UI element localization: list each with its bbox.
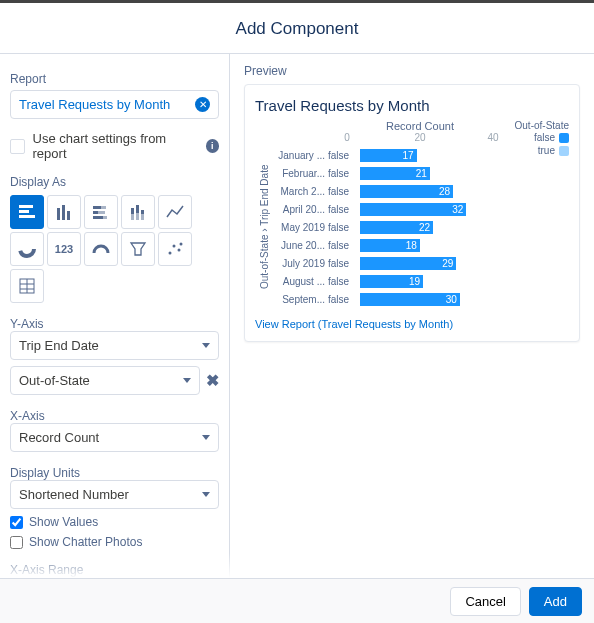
svg-rect-13 [131, 214, 134, 220]
bar-row: March 2...false28 [270, 182, 493, 200]
svg-point-20 [169, 252, 172, 255]
x-range-label: X-Axis Range [10, 563, 219, 577]
bar-row: Septem...false30 [270, 290, 493, 308]
x-axis-title: Record Count [347, 120, 493, 132]
svg-point-21 [173, 245, 176, 248]
display-units-select[interactable]: Shortened Number [10, 480, 219, 509]
svg-rect-10 [93, 216, 103, 219]
chart-title: Travel Requests by Month [255, 97, 569, 114]
svg-rect-1 [19, 210, 29, 213]
svg-rect-4 [62, 205, 65, 220]
use-chart-settings-label: Use chart settings from report [33, 131, 198, 161]
chart-type-vbar[interactable] [47, 195, 81, 229]
chart-type-hbar[interactable] [10, 195, 44, 229]
chart-type-donut[interactable] [10, 232, 44, 266]
svg-rect-5 [67, 211, 70, 220]
chart-type-scatter[interactable] [158, 232, 192, 266]
display-units-label: Display Units [10, 466, 219, 480]
bar-row: May 2019false22 [270, 218, 493, 236]
chart-type-line[interactable] [158, 195, 192, 229]
svg-rect-9 [98, 211, 105, 214]
add-button[interactable]: Add [529, 587, 582, 616]
remove-y2-icon[interactable]: ✖ [206, 371, 219, 390]
chart-type-metric[interactable]: 123 [47, 232, 81, 266]
preview-label: Preview [244, 64, 580, 78]
svg-rect-14 [136, 205, 139, 213]
bar-row: July 2019false29 [270, 254, 493, 272]
chart-type-stacked-vbar[interactable] [121, 195, 155, 229]
svg-rect-3 [57, 208, 60, 220]
svg-rect-6 [93, 206, 101, 209]
modal-title: Add Component [0, 0, 594, 54]
svg-point-18 [20, 242, 34, 256]
y-axis-select-1[interactable]: Trip End Date [10, 331, 219, 360]
preview-panel: Preview Travel Requests by Month Record … [230, 54, 594, 585]
bar-row: Februar...false21 [270, 164, 493, 182]
show-values-checkbox[interactable]: Show Values [10, 515, 219, 529]
y-axis-title: Out-of-State › Trip End Date [255, 146, 270, 308]
report-label: Report [10, 72, 219, 86]
modal-footer: Cancel Add [0, 578, 594, 623]
svg-rect-11 [103, 216, 107, 219]
display-as-label: Display As [10, 175, 219, 189]
x-axis-ticks: 0 20 40 [347, 132, 493, 146]
y-axis-label: Y-Axis [10, 317, 219, 331]
svg-rect-12 [131, 208, 134, 214]
svg-point-23 [180, 243, 183, 246]
report-lookup[interactable]: Travel Requests by Month ✕ [10, 90, 219, 119]
clear-icon[interactable]: ✕ [195, 97, 210, 112]
chart-type-gauge[interactable] [84, 232, 118, 266]
show-photos-checkbox[interactable]: Show Chatter Photos [10, 535, 219, 549]
svg-rect-16 [141, 210, 144, 214]
bar-row: June 20...false18 [270, 236, 493, 254]
svg-point-22 [178, 249, 181, 252]
cancel-button[interactable]: Cancel [450, 587, 520, 616]
chart-card: Travel Requests by Month Record Count 0 … [244, 84, 580, 342]
svg-rect-15 [136, 213, 139, 220]
bar-row: January ...false17 [270, 146, 493, 164]
svg-rect-2 [19, 215, 35, 218]
svg-rect-17 [141, 214, 144, 220]
chart-type-funnel[interactable] [121, 232, 155, 266]
chart-bars: January ...false17Februar...false21March… [270, 146, 493, 308]
chart-type-stacked-hbar[interactable] [84, 195, 118, 229]
bar-row: April 20...false32 [270, 200, 493, 218]
x-axis-select[interactable]: Record Count [10, 423, 219, 452]
chart-legend: Out-of-State false true [493, 120, 569, 308]
x-axis-label: X-Axis [10, 409, 219, 423]
svg-rect-8 [93, 211, 98, 214]
chart-type-picker: 123 [10, 195, 219, 303]
y-axis-select-2[interactable]: Out-of-State [10, 366, 200, 395]
view-report-link[interactable]: View Report (Travel Requests by Month) [255, 318, 453, 330]
config-panel: Report Travel Requests by Month ✕ Use ch… [0, 54, 230, 585]
use-chart-settings-checkbox[interactable]: Use chart settings from report i [10, 131, 219, 161]
info-icon[interactable]: i [206, 139, 219, 153]
chart-type-table[interactable] [10, 269, 44, 303]
report-value: Travel Requests by Month [19, 97, 195, 112]
svg-rect-7 [101, 206, 106, 209]
bar-row: August ...false19 [270, 272, 493, 290]
svg-rect-0 [19, 205, 33, 208]
svg-marker-19 [131, 243, 145, 255]
